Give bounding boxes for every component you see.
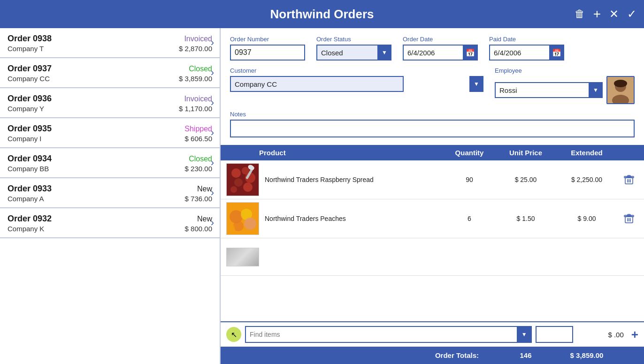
extended-col-header: Extended (554, 149, 620, 157)
order-amount: $ 230.00 (185, 165, 212, 173)
product-row (221, 238, 644, 276)
paid-date-label: Paid Date (489, 36, 564, 43)
product-extended: $ 2,250.00 (554, 176, 620, 183)
order-status: New (197, 185, 212, 193)
order-list-item[interactable]: Order 0932 New Company K $ 800.00 › (0, 208, 220, 238)
main-layout: Order 0938 Invoiced Company T $ 2,870.00… (0, 28, 644, 364)
notes-group: Notes (230, 111, 635, 139)
add-icon[interactable]: + (593, 7, 601, 22)
order-date-calendar-btn[interactable]: 📅 (463, 45, 478, 61)
svg-point-24 (228, 225, 235, 232)
customer-select-wrapper: Company CC Company T Company Y Company I (230, 76, 483, 92)
add-item-button[interactable]: + (631, 327, 638, 342)
paid-date-wrapper: 📅 (489, 45, 564, 61)
order-chevron-icon: › (211, 157, 214, 169)
order-amount: $ 1,170.00 (179, 105, 212, 113)
app-header: Northwind Orders 🗑 + ✕ ✓ (0, 0, 644, 28)
order-chevron-icon: › (211, 127, 214, 139)
order-list-item[interactable]: Order 0933 New Company A $ 736.00 › (0, 178, 220, 208)
paid-date-calendar-btn[interactable]: 📅 (549, 45, 564, 61)
find-items-wrapper (245, 326, 532, 343)
order-status: Shipped (184, 125, 212, 133)
quantity-col-header: Quantity (441, 149, 498, 157)
svg-point-20 (230, 210, 243, 223)
product-thumbnail (226, 163, 259, 196)
employee-photo (606, 76, 635, 104)
order-amount: $ 606.50 (185, 135, 212, 143)
employee-group: Employee Rossi Smith Jones (495, 67, 635, 104)
order-number-input[interactable] (230, 45, 305, 61)
order-chevron-icon: › (211, 37, 214, 49)
order-number: Order 0935 (8, 124, 52, 134)
order-status-label: Order Status (316, 36, 391, 43)
order-company: Company CC (8, 75, 50, 83)
order-list-item[interactable]: Order 0934 Closed Company BB $ 230.00 › (0, 148, 220, 178)
order-chevron-icon: › (211, 217, 214, 229)
product-name-cell: Northwind Traders Peaches (226, 202, 441, 235)
order-date-group: Order Date 📅 (403, 36, 478, 61)
employee-select[interactable]: Rossi Smith Jones (495, 82, 603, 98)
add-item-row: ↖ $ .00 + (221, 321, 644, 347)
product-col-header: Product (226, 149, 441, 157)
customer-select[interactable]: Company CC Company T Company Y Company I (230, 76, 404, 92)
order-form: Order Number Order Status Closed Invoice… (221, 28, 644, 145)
products-section: Product Quantity Unit Price Extended (221, 145, 644, 364)
find-items-arrow[interactable] (517, 326, 532, 343)
order-number: Order 0938 (8, 34, 52, 44)
order-date-label: Order Date (403, 36, 478, 43)
product-extended: $ 9.00 (554, 215, 620, 222)
order-number: Order 0933 (8, 184, 52, 194)
product-thumbnail (226, 248, 259, 266)
customer-arrow (469, 76, 483, 92)
notes-label: Notes (230, 111, 635, 118)
order-list-item[interactable]: Order 0937 Closed Company CC $ 3,859.00 … (0, 58, 220, 88)
order-status: Invoiced (184, 95, 212, 103)
products-table-header: Product Quantity Unit Price Extended (221, 145, 644, 160)
svg-point-3 (614, 80, 627, 87)
svg-point-9 (243, 182, 253, 192)
products-list: Northwind Traders Raspberry Spread 90 $ … (221, 160, 644, 321)
order-status: New (197, 215, 212, 223)
product-unit-price: $ 25.00 (498, 176, 554, 183)
product-row: Northwind Traders Peaches 6 $ 1.50 $ 9.0… (221, 199, 644, 238)
totals-row: Order Totals: 146 $ 3,859.00 (221, 347, 644, 364)
delete-icon[interactable]: 🗑 (575, 8, 585, 20)
product-quantity: 6 (441, 215, 498, 222)
product-unit-price: $ 1.50 (498, 215, 554, 222)
svg-point-5 (231, 168, 241, 178)
customer-label: Customer (230, 67, 483, 74)
quantity-input[interactable] (536, 326, 573, 343)
orders-list: Order 0938 Invoiced Company T $ 2,870.00… (0, 28, 221, 364)
order-date-wrapper: 📅 (403, 45, 478, 61)
order-company: Company T (8, 45, 44, 53)
find-items-input[interactable] (245, 326, 532, 343)
close-icon[interactable]: ✕ (609, 8, 619, 21)
order-number-label: Order Number (230, 36, 305, 43)
order-status-select-wrapper: Closed Invoiced Shipped New (316, 45, 391, 61)
order-list-item[interactable]: Order 0936 Invoiced Company Y $ 1,170.00… (0, 88, 220, 118)
totals-amount: $ 3,859.00 (554, 351, 620, 359)
product-row: Northwind Traders Raspberry Spread 90 $ … (221, 160, 644, 199)
order-number-group: Order Number (230, 36, 305, 61)
employee-select-wrapper: Rossi Smith Jones (495, 82, 603, 98)
order-status-select[interactable]: Closed Invoiced Shipped New (316, 45, 391, 61)
order-list-item[interactable]: Order 0938 Invoiced Company T $ 2,870.00… (0, 28, 220, 58)
delete-product-button[interactable] (620, 174, 638, 185)
order-chevron-icon: › (211, 67, 214, 79)
product-quantity: 90 (441, 176, 498, 183)
order-company: Company I (8, 135, 42, 143)
header-actions: 🗑 + ✕ ✓ (575, 7, 636, 22)
order-list-item[interactable]: Order 0935 Shipped Company I $ 606.50 › (0, 118, 220, 148)
order-status: Closed (189, 155, 212, 163)
delete-product-button[interactable] (620, 213, 638, 224)
order-amount: $ 2,870.00 (179, 45, 212, 53)
paid-date-group: Paid Date 📅 (489, 36, 564, 61)
action-col-header (620, 149, 638, 157)
confirm-icon[interactable]: ✓ (627, 8, 636, 21)
notes-input[interactable] (230, 120, 635, 137)
product-name: Northwind Traders Raspberry Spread (265, 176, 374, 183)
order-amount: $ 736.00 (185, 195, 212, 203)
order-number: Order 0934 (8, 154, 52, 164)
svg-point-10 (230, 186, 237, 193)
order-amount: $ 800.00 (185, 225, 212, 233)
